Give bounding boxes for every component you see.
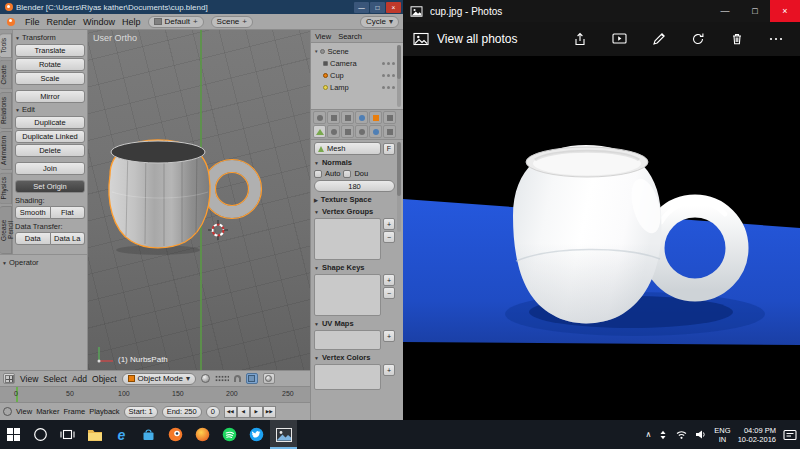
outliner-menu-view[interactable]: View bbox=[315, 32, 331, 41]
more-ellipsis-icon[interactable] bbox=[768, 31, 784, 47]
clock[interactable]: 04:09 PM 10-02-2016 bbox=[738, 426, 776, 444]
tab-material[interactable] bbox=[327, 125, 340, 138]
updown-arrows-icon[interactable] bbox=[658, 429, 668, 441]
photo-viewer[interactable] bbox=[403, 56, 800, 420]
share-icon[interactable] bbox=[572, 31, 588, 47]
scale-button[interactable]: Scale bbox=[15, 72, 85, 85]
transform-panel-header[interactable]: ▼ Transform bbox=[15, 33, 85, 42]
add-shape-key-button[interactable]: + bbox=[383, 274, 395, 286]
duplicate-linked-button[interactable]: Duplicate Linked bbox=[15, 130, 85, 143]
uv-maps-list[interactable] bbox=[314, 330, 381, 350]
edit-pencil-icon[interactable] bbox=[651, 31, 667, 47]
tab-tools[interactable]: Tools bbox=[0, 33, 12, 58]
photos-close-button[interactable]: × bbox=[770, 0, 800, 22]
data-button[interactable]: Data bbox=[15, 232, 51, 245]
viewport-3d[interactable]: User Ortho bbox=[88, 30, 310, 370]
tab-texture[interactable] bbox=[341, 125, 354, 138]
screen-layout-select[interactable]: Default + bbox=[148, 16, 204, 28]
slideshow-icon[interactable] bbox=[611, 31, 628, 47]
taskbar-file-explorer[interactable] bbox=[81, 420, 108, 449]
visibility-icons[interactable] bbox=[382, 62, 395, 65]
translate-button[interactable]: Translate bbox=[15, 44, 85, 57]
tab-relations[interactable]: Relations bbox=[0, 92, 12, 129]
taskbar-blender[interactable] bbox=[162, 420, 189, 449]
tab-physics[interactable] bbox=[369, 125, 382, 138]
timeline-menu-playback[interactable]: Playback bbox=[89, 407, 119, 416]
outliner-tree[interactable]: ▼ Scene Camera Cup bbox=[311, 43, 403, 109]
remove-shape-key-button[interactable]: − bbox=[383, 287, 395, 299]
tab-scene[interactable] bbox=[341, 111, 354, 124]
view3d-menu-object[interactable]: Object bbox=[92, 374, 117, 384]
manipulator-icon[interactable] bbox=[246, 373, 258, 384]
start-frame-field[interactable]: Start: 1 bbox=[124, 406, 158, 418]
outliner-row-camera[interactable]: Camera bbox=[314, 57, 395, 69]
menu-file[interactable]: File bbox=[25, 17, 40, 27]
cup-mesh-object[interactable] bbox=[96, 137, 266, 262]
smooth-button[interactable]: Smooth bbox=[15, 206, 51, 219]
data-layout-button[interactable]: Data La bbox=[51, 232, 86, 245]
photos-titlebar[interactable]: cup.jpg - Photos — □ × bbox=[403, 0, 800, 22]
layers-icon[interactable] bbox=[215, 375, 229, 382]
mirror-button[interactable]: Mirror bbox=[15, 90, 85, 103]
render-preview-icon[interactable] bbox=[263, 373, 275, 384]
task-view-button[interactable] bbox=[54, 420, 81, 449]
visibility-icons[interactable] bbox=[382, 74, 395, 77]
add-vertex-color-button[interactable]: + bbox=[383, 364, 395, 376]
vertex-groups-list[interactable] bbox=[314, 218, 381, 260]
jump-end-button[interactable]: ▶▶ bbox=[263, 406, 276, 418]
outliner-row-cup[interactable]: Cup bbox=[314, 69, 395, 81]
timeline-editor-icon[interactable] bbox=[3, 407, 12, 416]
language-indicator[interactable]: ENG IN bbox=[714, 426, 730, 444]
blender-titlebar[interactable]: Blender [C:\Users\Riyas kather\Documents… bbox=[0, 0, 403, 14]
timeline-ruler[interactable]: 0 50 100 150 200 250 bbox=[0, 386, 310, 402]
start-button[interactable] bbox=[0, 420, 27, 449]
tab-create[interactable]: Create bbox=[0, 60, 12, 90]
timeline-menu-frame[interactable]: Frame bbox=[63, 407, 85, 416]
texture-space-section-header[interactable]: ▶ Texture Space bbox=[314, 195, 395, 204]
end-frame-field[interactable]: End: 250 bbox=[162, 406, 202, 418]
taskbar-twitter[interactable] bbox=[243, 420, 270, 449]
mesh-datablock-field[interactable]: Mesh bbox=[314, 142, 381, 155]
tab-object-data[interactable] bbox=[313, 125, 326, 138]
vertex-groups-section-header[interactable]: ▼ Vertex Groups bbox=[314, 207, 395, 216]
render-engine-select[interactable]: Cycle ▾ bbox=[360, 16, 399, 28]
current-frame-field[interactable]: 0 bbox=[206, 406, 220, 418]
set-origin-button[interactable]: Set Origin bbox=[15, 180, 85, 193]
outliner-menu-search[interactable]: Search bbox=[338, 32, 362, 41]
shape-keys-section-header[interactable]: ▼ Shape Keys bbox=[314, 263, 395, 272]
taskbar-spotify[interactable] bbox=[216, 420, 243, 449]
view-all-photos-button[interactable]: View all photos bbox=[413, 32, 518, 46]
tab-object[interactable] bbox=[369, 111, 382, 124]
delete-trash-icon[interactable] bbox=[729, 31, 745, 47]
rotate-button[interactable]: Rotate bbox=[15, 58, 85, 71]
tab-animation[interactable]: Animation bbox=[0, 131, 12, 170]
play-button[interactable]: ▶ bbox=[250, 406, 263, 418]
taskbar-store[interactable] bbox=[135, 420, 162, 449]
auto-smooth-checkbox[interactable] bbox=[314, 170, 322, 178]
snap-magnet-icon[interactable] bbox=[234, 375, 241, 382]
view3d-menu-add[interactable]: Add bbox=[72, 374, 87, 384]
scene-select[interactable]: Scene + bbox=[211, 16, 253, 28]
normals-section-header[interactable]: ▼ Normals bbox=[314, 158, 395, 167]
edit-panel-header[interactable]: ▼ Edit bbox=[15, 105, 85, 114]
remove-vertex-group-button[interactable]: − bbox=[383, 231, 395, 243]
add-scene-button[interactable]: + bbox=[242, 17, 247, 26]
taskbar-firefox[interactable] bbox=[189, 420, 216, 449]
taskbar-photos-active[interactable] bbox=[270, 420, 297, 449]
vertex-colors-section-header[interactable]: ▼ Vertex Colors bbox=[314, 353, 395, 362]
tab-grease-pencil[interactable]: Grease Pencil bbox=[0, 206, 12, 254]
photos-minimize-button[interactable]: — bbox=[710, 0, 740, 22]
timeline-menu-marker[interactable]: Marker bbox=[36, 407, 59, 416]
menu-help[interactable]: Help bbox=[122, 17, 141, 27]
action-center-icon[interactable] bbox=[783, 429, 797, 441]
view3d-menu-select[interactable]: Select bbox=[43, 374, 67, 384]
tab-render[interactable] bbox=[313, 111, 326, 124]
outliner-scrollbar[interactable] bbox=[397, 45, 401, 107]
add-layout-button[interactable]: + bbox=[193, 17, 198, 26]
fake-user-button[interactable]: F bbox=[383, 143, 395, 155]
viewport-shading-icon[interactable] bbox=[201, 374, 210, 383]
taskbar-edge[interactable]: e bbox=[108, 420, 135, 449]
view3d-menu-view[interactable]: View bbox=[20, 374, 38, 384]
expand-icon[interactable]: ▼ bbox=[314, 49, 318, 54]
show-hidden-icons-button[interactable]: ∧ bbox=[646, 430, 652, 439]
